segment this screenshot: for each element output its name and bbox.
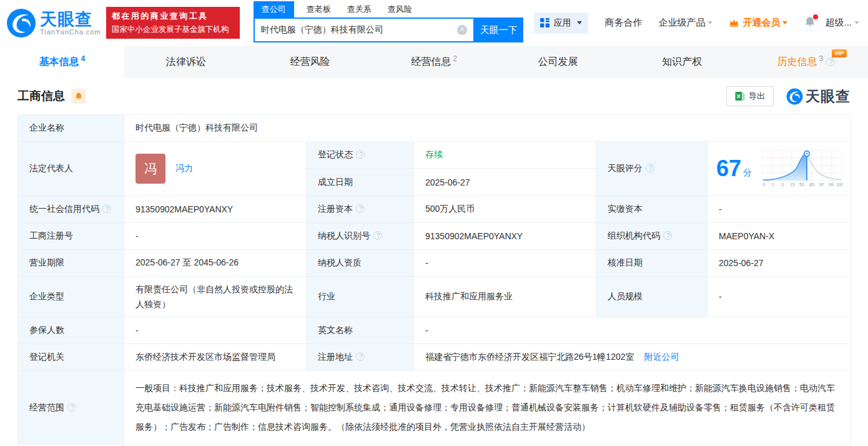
- nearby-companies-link[interactable]: 附近公司: [644, 352, 679, 362]
- score-value: 67: [716, 157, 741, 180]
- tab-intellectual-property[interactable]: 知识产权: [620, 46, 744, 78]
- field-label: 注册地址: [318, 352, 353, 362]
- field-value: -: [136, 325, 139, 335]
- table-row: 企业类型 有限责任公司（非自然人投资或控股的法人独资） 行业 科技推广和应用服务…: [18, 277, 851, 317]
- app-grid-icon: [540, 18, 550, 27]
- help-icon[interactable]: [373, 231, 382, 240]
- legal-rep-link[interactable]: 冯力: [175, 163, 193, 173]
- svg-text:0: 0: [762, 182, 765, 187]
- field-label: 纳税人识别号: [318, 230, 370, 240]
- field-value: -: [719, 204, 722, 214]
- slogan-line1: 都在用的商业查询工具: [112, 11, 234, 22]
- field-label: 天眼评分: [608, 163, 643, 173]
- table-row: 工商注册号 - 纳税人识别号 91350902MAEP0YANXY 组织机构代码…: [18, 223, 851, 250]
- business-info-table: 企业名称 时代电服（宁德）科技有限公司 法定代表人 冯 冯力 登记状态 存续 天…: [17, 114, 851, 445]
- user-menu[interactable]: 超级...: [825, 17, 859, 29]
- help-icon[interactable]: [356, 150, 365, 159]
- apps-menu[interactable]: 应用: [534, 12, 588, 34]
- tab-company-development[interactable]: 公司发展: [496, 46, 620, 78]
- tab-legal-litigation[interactable]: 法律诉讼: [124, 46, 249, 78]
- legal-rep-avatar[interactable]: 冯: [136, 154, 165, 184]
- field-value: MAEP0YAN-X: [719, 231, 774, 241]
- help-icon[interactable]: [663, 231, 672, 240]
- field-label: 注册资本: [318, 204, 353, 214]
- logo-swirl-icon: [786, 88, 803, 105]
- logo-title: 天眼查: [40, 11, 101, 28]
- tab-operation-risk[interactable]: 经营风险: [248, 46, 372, 78]
- score-unit: 分: [743, 167, 752, 179]
- field-value: -: [136, 231, 139, 241]
- svg-text:50: 50: [799, 182, 804, 187]
- svg-text:15: 15: [790, 182, 795, 187]
- nav-enterprise-product[interactable]: 企业级产品: [658, 17, 713, 29]
- field-label: 参保人数: [29, 325, 64, 335]
- search-tab-company[interactable]: 查公司: [254, 1, 294, 17]
- business-scope-text: 一般项目：科技推广和应用服务；技术服务、技术开发、技术咨询、技术交流、技术转让、…: [136, 383, 835, 432]
- search-input[interactable]: [261, 25, 457, 35]
- search-box: [254, 17, 475, 42]
- field-label: 工商注册号: [29, 230, 73, 240]
- field-label: 经营范围: [29, 402, 64, 412]
- field-value: 福建省宁德市东侨经济开发区福宁北路26号1幢1202室: [425, 352, 634, 362]
- field-value: 2025-06-27 至 2045-06-26: [136, 257, 239, 267]
- logo-swirl-icon: [6, 8, 36, 38]
- svg-text:97: 97: [819, 182, 824, 187]
- tab-history-info[interactable]: VIP 历史信息3: [744, 46, 868, 78]
- clear-search-icon[interactable]: [457, 25, 467, 35]
- field-label: 营业期限: [29, 257, 64, 267]
- search-tab-boss[interactable]: 查老板: [307, 1, 331, 17]
- field-value: 东侨经济技术开发区市场监督管理局: [136, 352, 275, 362]
- search-tab-relation[interactable]: 查关系: [347, 1, 372, 17]
- watermark-text: 天眼查: [806, 87, 851, 106]
- search-tabs: 查公司 查老板 查关系 查风险: [254, 1, 523, 17]
- field-value: 科技推广和应用服务业: [425, 291, 513, 301]
- nav-cooperation[interactable]: 商务合作: [604, 17, 642, 29]
- nav-open-vip[interactable]: 开通会员: [729, 17, 787, 29]
- help-icon[interactable]: [102, 204, 111, 213]
- svg-text:100: 100: [836, 182, 843, 187]
- top-header: 天眼查 TianYanCha.com 都在用的商业查询工具 国家中小企业发展子基…: [0, 0, 868, 46]
- status-badge: 存续: [425, 149, 443, 159]
- tab-operation-info[interactable]: 经营信息2: [372, 46, 496, 78]
- excel-icon: [735, 91, 745, 101]
- watermark-logo: 天眼查: [786, 87, 851, 106]
- score-distribution-chart: 0 1 3 15 50 85 97 99 100: [761, 149, 843, 188]
- apps-label: 应用: [553, 17, 571, 29]
- help-icon[interactable]: [826, 57, 835, 66]
- section-header: 工商信息 导出 天眼查: [17, 78, 851, 114]
- table-row: 法定代表人 冯 冯力 登记状态 存续 天眼评分 67 分: [18, 142, 851, 169]
- tianyancha-logo[interactable]: 天眼查 TianYanCha.com: [6, 8, 101, 38]
- bell-icon: [74, 92, 83, 101]
- tab-basic-info[interactable]: 基本信息4: [0, 46, 124, 78]
- search-button[interactable]: 天眼一下: [475, 17, 523, 42]
- chevron-down-icon: [577, 21, 582, 24]
- help-icon[interactable]: [356, 352, 365, 361]
- field-value: -: [425, 258, 428, 268]
- help-icon[interactable]: [646, 164, 654, 172]
- table-row: 企业名称 时代电服（宁德）科技有限公司: [18, 115, 851, 142]
- notification-bell[interactable]: [804, 16, 816, 31]
- svg-text:85: 85: [809, 182, 814, 187]
- crown-icon: [729, 19, 739, 27]
- search-tab-risk[interactable]: 查风险: [388, 1, 412, 17]
- help-icon[interactable]: [356, 204, 365, 213]
- svg-text:99: 99: [829, 182, 834, 187]
- field-value: 500万人民币: [425, 204, 475, 214]
- logo-subtitle: TianYanCha.com: [40, 28, 101, 36]
- tyc-score: 67 分: [716, 149, 846, 188]
- help-icon[interactable]: [67, 403, 76, 412]
- svg-text:1: 1: [772, 182, 774, 187]
- field-label: 组织机构代码: [608, 230, 660, 240]
- field-label: 行业: [318, 291, 335, 301]
- field-label: 企业名称: [29, 122, 64, 132]
- search-area: 查公司 查老板 查关系 查风险 天眼一下: [254, 0, 523, 42]
- field-label: 登记机关: [29, 352, 64, 362]
- table-row: 营业期限 2025-06-27 至 2045-06-26 纳税人资质 - 核准日…: [18, 250, 851, 277]
- top-nav: 应用 商务合作 企业级产品 开通会员 超级...: [534, 12, 859, 34]
- field-value: 91350902MAEP0YANXY: [136, 204, 233, 214]
- field-value: -: [425, 325, 428, 335]
- field-label: 实缴资本: [608, 204, 643, 214]
- monitor-bell-button[interactable]: [71, 89, 86, 104]
- field-value: 有限责任公司（非自然人投资或控股的法人独资）: [136, 284, 293, 309]
- export-button[interactable]: 导出: [726, 86, 774, 106]
